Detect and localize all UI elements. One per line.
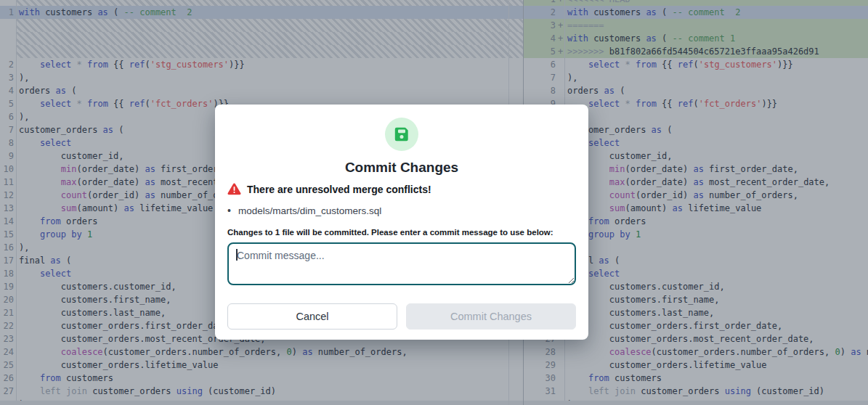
bullet-icon: • — [227, 205, 231, 216]
warning-text: There are unresolved merge conflicts! — [247, 184, 431, 195]
cancel-button[interactable]: Cancel — [227, 303, 397, 330]
merge-conflict-warning: There are unresolved merge conflicts! — [227, 183, 431, 195]
warning-icon — [227, 183, 241, 195]
commit-changes-button[interactable]: Commit Changes — [406, 303, 576, 330]
conflict-file-path: models/marts/dim_customers.sql — [238, 205, 381, 216]
modal-title: Commit Changes — [215, 160, 588, 176]
text-cursor — [236, 249, 238, 261]
floppy-disk-icon — [393, 126, 410, 143]
save-icon — [385, 118, 418, 151]
commit-changes-modal: Commit Changes There are unresolved merg… — [215, 105, 588, 340]
ide-screen: 1with customers as ( -- comment 22 selec… — [0, 0, 868, 405]
conflict-file-item: • models/marts/dim_customers.sql — [227, 205, 381, 216]
modal-buttons: Cancel Commit Changes — [227, 303, 576, 330]
commit-message-input[interactable] — [227, 242, 576, 285]
commit-message-wrap — [227, 242, 576, 285]
commit-instruction: Changes to 1 file will be committed. Ple… — [227, 228, 576, 237]
